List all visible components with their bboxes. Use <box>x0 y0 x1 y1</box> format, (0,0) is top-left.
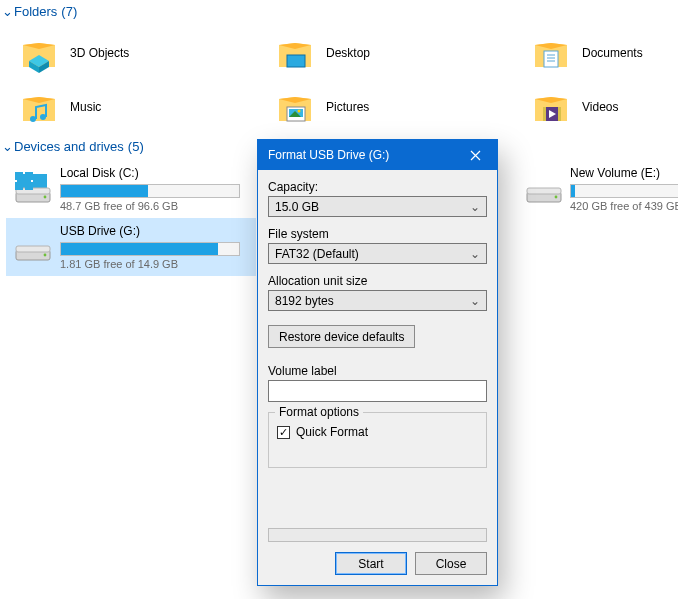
drive-subtext: 420 GB free of 439 GB <box>570 200 678 212</box>
folder-item-music[interactable]: Music <box>14 83 254 131</box>
drive-usage-bar <box>60 242 240 256</box>
drive-usage-fill <box>61 243 218 255</box>
folder-label: Documents <box>582 46 643 60</box>
quick-format-label: Quick Format <box>296 425 368 439</box>
drive-item-usb-g[interactable]: USB Drive (G:) 1.81 GB free of 14.9 GB <box>6 218 256 276</box>
documents-folder-icon <box>530 32 572 74</box>
volume-label-input[interactable] <box>268 380 487 402</box>
folders-section-title: Folders <box>14 4 57 19</box>
svg-rect-26 <box>25 182 33 190</box>
folder-item-pictures[interactable]: Pictures <box>270 83 510 131</box>
chevron-down-icon: ⌄ <box>468 200 482 214</box>
folder-label: Desktop <box>326 46 370 60</box>
dialog-footer: Start Close <box>258 546 497 585</box>
drive-usage-bar <box>60 184 240 198</box>
folder-item-documents[interactable]: Documents <box>526 29 678 77</box>
drive-body: USB Drive (G:) 1.81 GB free of 14.9 GB <box>60 224 250 270</box>
hard-disk-icon <box>524 166 564 208</box>
filesystem-value: FAT32 (Default) <box>275 247 468 261</box>
drive-usage-fill <box>571 185 575 197</box>
filesystem-label: File system <box>268 227 487 241</box>
close-dialog-button[interactable]: Close <box>415 552 487 575</box>
pictures-folder-icon <box>274 86 316 128</box>
drive-body: New Volume (E:) 420 GB free of 439 GB <box>570 166 678 212</box>
quick-format-checkbox[interactable]: ✓ <box>277 426 290 439</box>
format-progress-bar <box>268 528 487 542</box>
svg-point-32 <box>555 196 558 199</box>
svg-rect-31 <box>527 188 561 194</box>
hard-disk-icon <box>12 166 54 208</box>
drive-name: Local Disk (C:) <box>60 166 250 180</box>
svg-rect-25 <box>15 182 23 190</box>
restore-defaults-button[interactable]: Restore device defaults <box>268 325 415 348</box>
svg-rect-19 <box>33 174 47 188</box>
folders-section-header[interactable]: ⌄ Folders (7) <box>0 2 678 21</box>
drive-item-local-disk-c[interactable]: Local Disk (C:) 48.7 GB free of 96.6 GB <box>6 160 256 218</box>
svg-rect-24 <box>25 172 33 180</box>
3d-objects-icon <box>18 32 60 74</box>
folder-label: Music <box>70 100 101 114</box>
drive-body: Local Disk (C:) 48.7 GB free of 96.6 GB <box>60 166 250 212</box>
folder-item-videos[interactable]: Videos <box>526 83 678 131</box>
format-options-legend: Format options <box>275 405 363 419</box>
svg-rect-28 <box>16 246 50 252</box>
music-folder-icon <box>18 86 60 128</box>
folder-item-desktop[interactable]: Desktop <box>270 29 510 77</box>
svg-rect-23 <box>15 172 23 180</box>
drive-subtext: 1.81 GB free of 14.9 GB <box>60 258 250 270</box>
drive-usage-fill <box>61 185 148 197</box>
svg-rect-15 <box>543 107 546 121</box>
svg-point-13 <box>298 110 301 113</box>
quick-format-row[interactable]: ✓ Quick Format <box>277 425 478 439</box>
alloc-value: 8192 bytes <box>275 294 468 308</box>
alloc-combo[interactable]: 8192 bytes ⌄ <box>268 290 487 311</box>
chevron-down-icon: ⌄ <box>2 139 12 154</box>
folder-item-3d-objects[interactable]: 3D Objects <box>14 29 254 77</box>
start-button[interactable]: Start <box>335 552 407 575</box>
usb-drive-icon <box>12 224 54 266</box>
capacity-value: 15.0 GB <box>275 200 468 214</box>
dialog-body: Capacity: 15.0 GB ⌄ File system FAT32 (D… <box>258 170 497 546</box>
drives-section-count: (5) <box>128 139 144 154</box>
folder-label: Pictures <box>326 100 369 114</box>
folder-label: 3D Objects <box>70 46 129 60</box>
svg-point-22 <box>44 196 47 199</box>
chevron-down-icon: ⌄ <box>468 294 482 308</box>
drive-subtext: 48.7 GB free of 96.6 GB <box>60 200 250 212</box>
close-icon <box>470 150 481 161</box>
alloc-label: Allocation unit size <box>268 274 487 288</box>
folders-grid: 3D Objects Desktop <box>0 21 678 137</box>
videos-folder-icon <box>530 86 572 128</box>
desktop-folder-icon <box>274 32 316 74</box>
chevron-down-icon: ⌄ <box>2 4 12 19</box>
folder-label: Videos <box>582 100 618 114</box>
capacity-combo[interactable]: 15.0 GB ⌄ <box>268 196 487 217</box>
filesystem-combo[interactable]: FAT32 (Default) ⌄ <box>268 243 487 264</box>
capacity-label: Capacity: <box>268 180 487 194</box>
svg-rect-4 <box>544 51 558 67</box>
folders-section-count: (7) <box>61 4 77 19</box>
drive-name: New Volume (E:) <box>570 166 678 180</box>
svg-rect-16 <box>558 107 561 121</box>
drive-item-new-volume-e[interactable]: New Volume (E:) 420 GB free of 439 GB <box>518 160 678 218</box>
format-options-group: Format options ✓ Quick Format <box>268 412 487 468</box>
dialog-titlebar[interactable]: Format USB Drive (G:) <box>258 140 497 170</box>
svg-point-29 <box>44 254 47 257</box>
drive-name: USB Drive (G:) <box>60 224 250 238</box>
dialog-title: Format USB Drive (G:) <box>268 148 461 162</box>
close-button[interactable] <box>461 144 489 166</box>
format-dialog: Format USB Drive (G:) Capacity: 15.0 GB … <box>257 139 498 586</box>
drives-section-title: Devices and drives <box>14 139 124 154</box>
volume-label-label: Volume label <box>268 364 487 378</box>
svg-rect-3 <box>287 55 305 67</box>
drive-usage-bar <box>570 184 678 198</box>
check-icon: ✓ <box>279 427 288 438</box>
chevron-down-icon: ⌄ <box>468 247 482 261</box>
